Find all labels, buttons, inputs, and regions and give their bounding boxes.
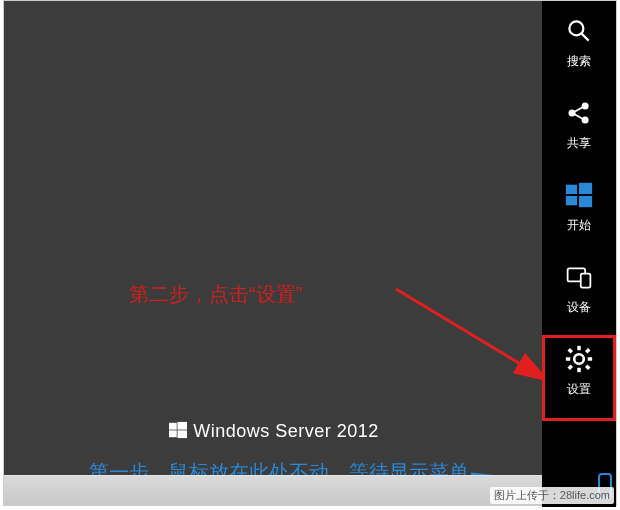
svg-rect-0 <box>169 423 177 430</box>
charm-label: 搜索 <box>567 53 591 70</box>
svg-line-9 <box>582 33 589 40</box>
windows-brand: Windows Server 2012 <box>4 421 544 442</box>
desktop-background <box>4 1 544 477</box>
start-icon <box>563 179 595 211</box>
svg-line-14 <box>575 114 583 118</box>
taskbar[interactable] <box>4 475 544 505</box>
watermark-text: 图片上传于：28life.com <box>490 487 614 504</box>
charm-share[interactable]: 共享 <box>542 83 616 165</box>
charm-start[interactable]: 开始 <box>542 165 616 247</box>
svg-rect-17 <box>566 195 577 204</box>
devices-icon <box>563 261 595 293</box>
highlight-settings <box>542 335 616 421</box>
svg-rect-15 <box>566 184 577 193</box>
screenshot-frame: Windows Server 2012 第二步，点击“设置” 第一步，鼠标放在此… <box>3 0 617 506</box>
svg-rect-1 <box>178 422 188 430</box>
charm-search[interactable]: 搜索 <box>542 1 616 83</box>
charms-bar: 搜索 共享 <box>542 1 616 507</box>
charm-label: 共享 <box>567 135 591 152</box>
svg-line-13 <box>575 107 583 111</box>
svg-point-10 <box>569 109 576 116</box>
charm-label: 开始 <box>567 217 591 234</box>
svg-rect-2 <box>169 430 177 437</box>
windows-logo-icon <box>169 421 187 439</box>
svg-rect-3 <box>178 430 188 438</box>
svg-point-8 <box>569 21 583 35</box>
svg-rect-20 <box>581 273 591 287</box>
share-icon <box>563 97 595 129</box>
brand-text: Windows Server 2012 <box>193 421 379 441</box>
charm-devices[interactable]: 设备 <box>542 247 616 329</box>
search-icon <box>563 15 595 47</box>
svg-rect-18 <box>579 195 592 206</box>
charm-label: 设备 <box>567 299 591 316</box>
svg-rect-16 <box>579 182 592 193</box>
annotation-step2: 第二步，点击“设置” <box>129 281 302 308</box>
svg-point-11 <box>582 102 589 109</box>
svg-point-12 <box>582 116 589 123</box>
